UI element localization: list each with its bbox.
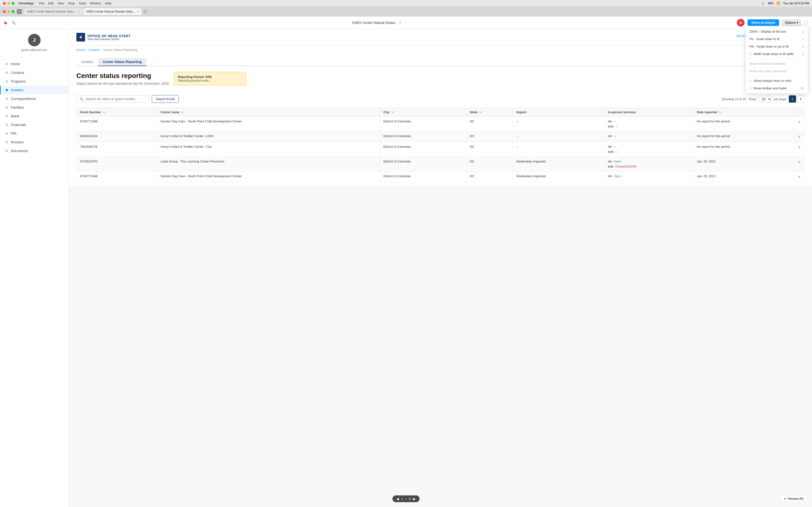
col-grant-number[interactable]: Grant Number ⇅ — [77, 108, 157, 117]
breadcrumb-centers[interactable]: Centers — [89, 48, 100, 52]
cell-expand-1[interactable]: ∨ — [794, 131, 804, 142]
browser-close[interactable] — [3, 10, 6, 13]
import-excel-button[interactable]: Import Excel — [152, 95, 179, 103]
col-services-label: In-person services — [608, 110, 636, 114]
menu-window[interactable]: Window — [90, 1, 101, 5]
cell-name-3: Linda Group - The Learning Center Presch… — [157, 157, 380, 171]
menu-edit[interactable]: Edit — [48, 1, 53, 5]
sidebar-item-correspondence[interactable]: Correspondence — [0, 95, 68, 103]
tab-1[interactable]: HSES Center Natural Disaster Statu... ✕ — [24, 8, 83, 15]
search-input-wrap[interactable]: 🔍 — [77, 95, 149, 103]
sidebar-item-pir[interactable]: PIR — [0, 129, 68, 138]
breadcrumb-home[interactable]: Home — [77, 48, 85, 52]
reporting-period-text: Reporting Period: OPE — [178, 75, 212, 79]
col-state-sort[interactable]: ⇅ — [479, 111, 481, 114]
per-page-select[interactable]: 10 20 50 — [759, 96, 772, 102]
page-btn-2[interactable]: 2 — [797, 95, 804, 103]
cell-expand-3[interactable]: ∨ — [794, 157, 804, 171]
title-block: Center status reporting Status reports f… — [77, 72, 169, 90]
cell-expand-0[interactable]: ∨ — [794, 117, 804, 131]
menu-view[interactable]: View — [57, 1, 64, 5]
next-slide-button[interactable]: ▶ — [413, 497, 416, 501]
col-date-reported[interactable]: Date reported ⇅ — [693, 108, 794, 117]
expand-icon-0[interactable]: ∨ — [798, 120, 801, 124]
nav-label-financials: Financials — [11, 123, 26, 127]
logo-icon: 🏛 — [77, 33, 85, 42]
menu-help[interactable]: Help — [105, 1, 111, 5]
slide-total: 9 — [409, 497, 411, 501]
sidebar-item-centers[interactable]: Centers — [0, 86, 68, 95]
col-center-name[interactable]: Center name ⇅ — [157, 108, 380, 117]
col-city[interactable]: City ⇅ — [380, 108, 466, 117]
option-hotspot[interactable]: ✓ Show hotspot hints on click — [746, 77, 808, 84]
logo-text: OFFICE OF HEAD START Head Start Enterpri… — [88, 34, 131, 41]
nav-dot-documents — [6, 150, 8, 152]
service-ehs-0: EHS -- — [608, 125, 690, 128]
option-width[interactable]: ✓ Width Scale down to fit width Z — [746, 50, 808, 58]
sidebar-item-facilities[interactable]: Facilities — [0, 103, 68, 112]
tab-centers[interactable]: Centers — [77, 58, 98, 66]
col-state[interactable]: State ⇅ — [466, 108, 513, 117]
menu-drop[interactable]: Drop — [68, 1, 75, 5]
cell-city-3: District of Columbia — [380, 157, 466, 171]
prev-slide-button[interactable]: ◀ — [396, 497, 399, 501]
cell-expand-2[interactable]: ∨ — [794, 142, 804, 157]
expand-icon-1[interactable]: ∨ — [798, 134, 801, 138]
menu-file[interactable]: File — [39, 1, 44, 5]
restart-label: Restart (R) — [788, 497, 804, 501]
minimize-dot[interactable] — [7, 2, 10, 5]
window-controls[interactable] — [3, 2, 14, 5]
cell-services-1: HS -- — [605, 131, 693, 142]
options-button[interactable]: Options ▾ — [782, 19, 801, 26]
browser-controls[interactable] — [3, 10, 14, 13]
option-100-percent[interactable]: 100% – Display at full size Z — [746, 28, 808, 35]
cell-grant-4: 9736771388 — [77, 171, 157, 182]
sidebar-item-financials[interactable]: Financials — [0, 120, 68, 129]
tab-2-close[interactable]: ✕ — [137, 10, 139, 13]
option-fill[interactable]: Fill – Scale down or up to fill Z — [746, 43, 808, 50]
restart-button[interactable]: ↩ Restart (R) — [780, 495, 807, 502]
reporting-end-text: Reporting period ends... — [178, 79, 242, 82]
option-fit[interactable]: Fit – Scale down to fit Z — [746, 35, 808, 43]
expand-icon-2[interactable]: ∨ — [798, 145, 801, 149]
option-width-shortcut: Z — [802, 52, 804, 56]
tab-1-close[interactable]: ✕ — [78, 10, 80, 13]
service-ehs-tag-3: EHS — [608, 165, 614, 168]
sidebar-item-contacts[interactable]: Contacts — [0, 68, 68, 77]
sidebar-item-programs[interactable]: Programs — [0, 77, 68, 86]
page-btn-1[interactable]: 1 — [789, 95, 796, 103]
cell-expand-4[interactable]: ∨ — [794, 171, 804, 182]
prototype-title: HSES Center Natural Disast... — [352, 21, 398, 24]
sidebar-avatar: J — [28, 34, 41, 46]
share-prototype-button[interactable]: Share prototype — [748, 19, 779, 26]
menu-tools[interactable]: Tools — [79, 1, 86, 5]
sidebar-item-reviews[interactable]: Reviews — [0, 138, 68, 147]
search-input[interactable] — [86, 97, 146, 101]
service-ehs-val-2: -- — [615, 150, 618, 154]
service-hs-4: HS Open — [608, 174, 690, 178]
sidebar-item-blank[interactable]: Blank — [0, 112, 68, 120]
col-grant-sort[interactable]: ⇅ — [103, 111, 105, 114]
close-dot[interactable] — [3, 2, 6, 5]
tab-bar: HSES Center Natural Disaster Statu... ✕ … — [24, 8, 809, 15]
title-dropdown-arrow[interactable]: ▼ — [399, 21, 401, 24]
col-center-sort[interactable]: ⇅ — [181, 111, 183, 114]
browser-min[interactable] — [7, 10, 10, 13]
expand-icon-3[interactable]: ∨ — [798, 160, 801, 164]
expand-button[interactable]: ⛶ — [804, 20, 808, 25]
tab-2[interactable]: HSES Center Natural Disaster Statu... ✕ — [83, 8, 142, 15]
expand-icon-4[interactable]: ∨ — [798, 175, 801, 179]
col-city-sort[interactable]: ⇅ — [391, 111, 393, 114]
search-button[interactable]: 🔍 — [10, 19, 17, 26]
sidebar-item-documents[interactable]: Documents — [0, 147, 68, 155]
browser-max[interactable] — [12, 10, 14, 13]
col-state-label: State — [470, 110, 477, 114]
sidebar-item-home[interactable]: Home — [0, 60, 68, 68]
col-expand — [794, 108, 804, 117]
option-toolbar[interactable]: ✓ Show toolbar and footer ⌘\ — [746, 84, 808, 92]
hses-logo: 🏛 OFFICE OF HEAD START Head Start Enterp… — [77, 33, 131, 42]
new-tab-button[interactable]: + — [143, 9, 148, 14]
maximize-dot[interactable] — [12, 2, 14, 5]
tab-center-status-reporting[interactable]: Center Status Reporting — [98, 58, 146, 66]
col-date-sort[interactable]: ⇅ — [719, 111, 721, 114]
